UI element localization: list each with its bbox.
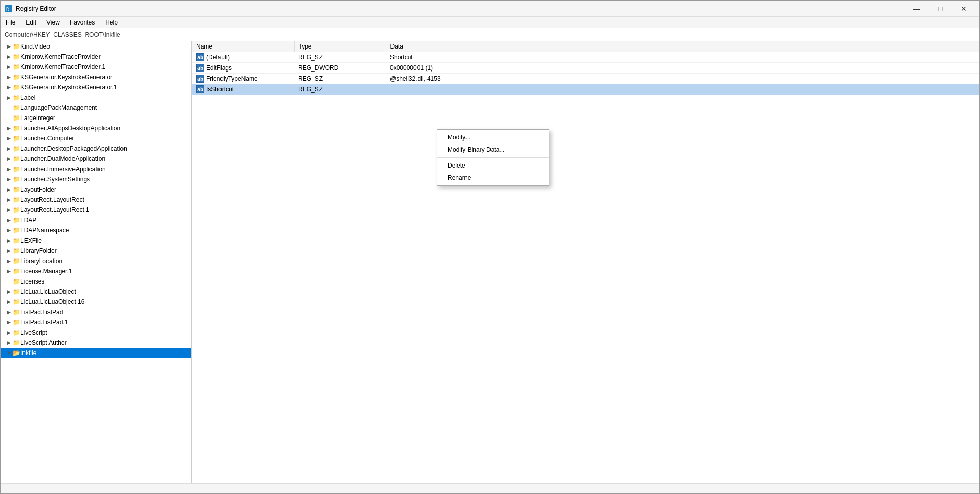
folder-icon: 📁	[13, 114, 20, 122]
tree-item-label: ListPad.ListPad.1	[20, 319, 68, 326]
folder-icon: 📁	[13, 247, 20, 254]
tree-toggle[interactable]: ▶	[5, 145, 13, 153]
minimize-button[interactable]: —	[905, 1, 928, 17]
tree-item-label[interactable]: ▶ 📁 Label	[1, 92, 191, 103]
tree-item-launcher-immersive[interactable]: ▶ 📁 Launcher.ImmersiveApplication	[1, 164, 191, 174]
tree-toggle[interactable]: ▶	[5, 257, 13, 265]
context-menu-rename[interactable]: Rename	[437, 172, 549, 184]
right-panel[interactable]: Name Type Data ab (Default)	[192, 41, 979, 483]
col-data[interactable]: Data	[386, 41, 979, 52]
tree-toggle[interactable]: ▶	[5, 308, 13, 316]
tree-item-krnlprov2[interactable]: ▶ 📁 Krnlprov.KernelTraceProvider.1	[1, 62, 191, 72]
tree-toggle[interactable]: ▶	[5, 155, 13, 163]
menu-favorites[interactable]: Favorites	[65, 17, 100, 28]
tree-item-launcher-computer[interactable]: ▶ 📁 Launcher.Computer	[1, 133, 191, 144]
tree-item-launcher-system[interactable]: ▶ 📁 Launcher.SystemSettings	[1, 174, 191, 184]
tree-item-liclua2[interactable]: ▶ 📁 LicLua.LicLuaObject.16	[1, 297, 191, 307]
tree-toggle[interactable]: ▶	[5, 339, 13, 347]
tree-toggle[interactable]: ▶	[5, 93, 13, 102]
tree-toggle[interactable]: ▶	[5, 165, 13, 173]
folder-icon: 📁	[13, 298, 20, 305]
tree-toggle[interactable]: ▶	[5, 298, 13, 306]
tree-toggle[interactable]: ▶	[5, 226, 13, 234]
tree-toggle[interactable]: ▶	[5, 175, 13, 183]
tree-toggle[interactable]: ▶	[5, 42, 13, 51]
tree-item-label: ListPad.ListPad	[20, 309, 63, 316]
tree-item-languagepack[interactable]: 📁 LanguagePackManagement	[1, 103, 191, 113]
menu-help[interactable]: Help	[100, 17, 123, 28]
table-row[interactable]: ab (Default) REG_SZ Shortcut	[192, 52, 979, 63]
tree-item-livescript[interactable]: ▶ 📁 LiveScript	[1, 327, 191, 338]
tree-item-ldap[interactable]: ▶ 📁 LDAP	[1, 215, 191, 225]
left-panel[interactable]: ▶ 📁 Kind.Video ▶ 📁 Krnlprov.KernelTraceP…	[1, 41, 192, 483]
tree-item-librarylocation[interactable]: ▶ 📁 LibraryLocation	[1, 256, 191, 266]
folder-icon: 📁	[13, 186, 20, 193]
tree-toggle[interactable]: ▶	[5, 134, 13, 143]
tree-toggle[interactable]	[5, 104, 13, 112]
tree-item-krnlprov1[interactable]: ▶ 📁 Krnlprov.KernelTraceProvider	[1, 52, 191, 62]
tree-item-largeinteger[interactable]: 📁 LargeInteger	[1, 113, 191, 123]
tree-toggle[interactable]: ▶	[5, 288, 13, 296]
table-row[interactable]: ab FriendlyTypeName REG_SZ @shell32.dll,…	[192, 74, 979, 84]
entry-name: (Default)	[206, 54, 230, 61]
tree-toggle[interactable]: ▶	[5, 196, 13, 204]
tree-toggle[interactable]: ▶	[5, 216, 13, 224]
tree-toggle[interactable]: ▶	[5, 206, 13, 214]
tree-toggle[interactable]: ▶	[5, 328, 13, 337]
tree-item-label: LDAP	[20, 217, 36, 224]
tree-item-inkfile[interactable]: ▼ 📂 Inkfile	[1, 348, 191, 358]
tree-toggle[interactable]: ▶	[5, 185, 13, 194]
tree-item-ksgenerator1[interactable]: ▶ 📁 KSGenerator.KeystrokeGenerator	[1, 72, 191, 82]
tree-item-kind-video[interactable]: ▶ 📁 Kind.Video	[1, 41, 191, 52]
tree-toggle[interactable]: ▼	[5, 349, 13, 357]
table-row-isshortcut[interactable]: ab IsShortcut REG_SZ	[192, 84, 979, 95]
context-menu-delete[interactable]: Delete	[437, 159, 549, 172]
tree-item-licmanager[interactable]: ▶ 📁 License.Manager.1	[1, 266, 191, 276]
folder-icon: 📁	[13, 145, 20, 152]
col-name[interactable]: Name	[192, 41, 294, 52]
tree-toggle[interactable]: ▶	[5, 73, 13, 81]
tree-item-licenses[interactable]: 📁 Licenses	[1, 276, 191, 287]
tree-item-listpad2[interactable]: ▶ 📁 ListPad.ListPad.1	[1, 317, 191, 327]
menu-view[interactable]: View	[41, 17, 65, 28]
close-button[interactable]: ✕	[952, 1, 975, 17]
tree-item-layoutrect2[interactable]: ▶ 📁 LayoutRect.LayoutRect.1	[1, 205, 191, 215]
tree-toggle[interactable]: ▶	[5, 267, 13, 275]
tree-item-launcher-desktop[interactable]: ▶ 📁 Launcher.DesktopPackagedApplication	[1, 144, 191, 154]
context-menu-modify-binary[interactable]: Modify Binary Data...	[437, 144, 549, 156]
tree-item-lexfile[interactable]: ▶ 📁 LEXFile	[1, 236, 191, 246]
menu-edit[interactable]: Edit	[20, 17, 41, 28]
tree-item-liclua1[interactable]: ▶ 📁 LicLua.LicLuaObject	[1, 287, 191, 297]
tree-item-layoutfolder[interactable]: ▶ 📁 LayoutFolder	[1, 184, 191, 195]
tree-item-label: LibraryLocation	[20, 257, 62, 265]
tree-toggle[interactable]: ▶	[5, 237, 13, 245]
tree-toggle[interactable]: ▶	[5, 53, 13, 61]
reg-icon: ab	[196, 85, 204, 93]
col-type[interactable]: Type	[294, 41, 386, 52]
tree-item-launcher-dual[interactable]: ▶ 📁 Launcher.DualModeApplication	[1, 154, 191, 164]
window-title: Registry Editor	[16, 5, 905, 12]
tree-toggle[interactable]: ▶	[5, 124, 13, 132]
context-menu-modify[interactable]: Modify...	[437, 131, 549, 144]
tree-toggle[interactable]	[5, 277, 13, 286]
tree-item-ksgenerator2[interactable]: ▶ 📁 KSGenerator.KeystrokeGenerator.1	[1, 82, 191, 92]
title-bar: R Registry Editor — □ ✕	[1, 1, 979, 17]
tree-item-ldapns[interactable]: ▶ 📁 LDAPNamespace	[1, 225, 191, 236]
tree-item-launcher-allApps[interactable]: ▶ 📁 Launcher.AllAppsDesktopApplication	[1, 123, 191, 133]
tree-item-listpad1[interactable]: ▶ 📁 ListPad.ListPad	[1, 307, 191, 317]
tree-toggle[interactable]: ▶	[5, 318, 13, 326]
tree-item-layoutrect1[interactable]: ▶ 📁 LayoutRect.LayoutRect	[1, 195, 191, 205]
tree-item-libraryfolder[interactable]: ▶ 📁 LibraryFolder	[1, 246, 191, 256]
tree-item-label: Kind.Video	[20, 43, 50, 50]
table-row[interactable]: ab EditFlags REG_DWORD 0x00000001 (1)	[192, 63, 979, 74]
folder-icon: 📁	[13, 196, 20, 203]
tree-toggle[interactable]	[5, 114, 13, 122]
tree-toggle[interactable]: ▶	[5, 83, 13, 91]
maximize-button[interactable]: □	[928, 1, 952, 17]
tree-toggle[interactable]: ▶	[5, 247, 13, 255]
tree-toggle[interactable]: ▶	[5, 63, 13, 71]
tree-item-livescript-author[interactable]: ▶ 📁 LiveScript Author	[1, 338, 191, 348]
tree-item-label: LicLua.LicLuaObject	[20, 288, 76, 295]
menu-file[interactable]: File	[1, 17, 20, 28]
entry-type: REG_SZ	[294, 84, 386, 95]
